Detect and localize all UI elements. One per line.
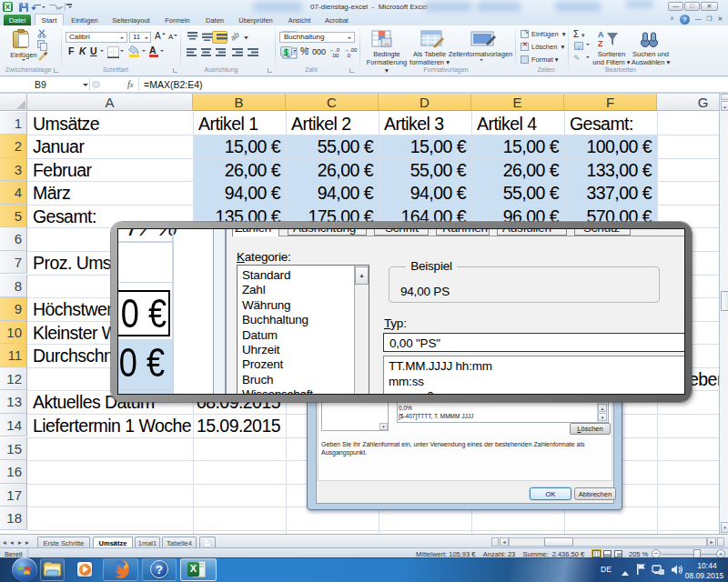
svg-text:Z: Z — [598, 39, 603, 48]
svg-text:ab: ab — [228, 30, 241, 43]
svg-text:A: A — [598, 30, 604, 39]
svg-text:↔: ↔ — [383, 39, 390, 47]
svg-text:,0: ,0 — [346, 53, 351, 58]
svg-text:,00: ,00 — [331, 53, 339, 58]
